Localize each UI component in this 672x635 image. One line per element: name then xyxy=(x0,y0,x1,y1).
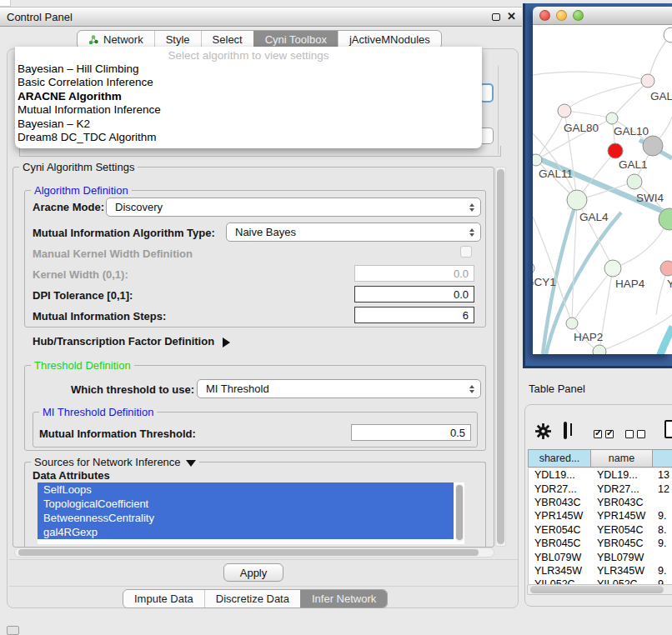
manual-kernel-width-label: Manual Kernel Width Definition xyxy=(33,248,193,260)
table-cell: YLR345W xyxy=(529,565,591,577)
data-attributes-list[interactable]: SelfLoopsTopologicalCoefficientBetweenne… xyxy=(38,482,464,544)
select-all-columns-icon[interactable] xyxy=(594,427,617,442)
network-node[interactable] xyxy=(533,154,542,166)
algorithm-option[interactable]: Bayesian – K2 xyxy=(15,118,482,131)
node-label: Y xyxy=(667,278,672,290)
table-row[interactable]: YPR145WYPR145W9. xyxy=(529,509,672,522)
tab-jactivemnodules[interactable]: jActiveMNodules xyxy=(338,31,441,48)
sources-toggle[interactable]: Sources for Network Inference xyxy=(31,456,199,468)
kernel-width-field[interactable]: 0.0 xyxy=(354,265,474,282)
column-header[interactable]: shared... xyxy=(529,450,591,467)
table-cell: YDL19... xyxy=(591,469,653,481)
attribute-item[interactable]: BetweennessCentrality xyxy=(38,511,454,525)
node-label: GAL1 xyxy=(619,158,648,171)
network-canvas[interactable]: GALGAL80GAL10GAL1GAL11SWI4GAL4GCY1HAP4YH… xyxy=(533,25,672,354)
table-row[interactable]: YLR345WYLR345W9. xyxy=(529,564,672,578)
table-cell: YBL079W xyxy=(529,552,591,563)
tab-network[interactable]: Network xyxy=(78,31,154,48)
attribute-item[interactable]: SelfLoops xyxy=(38,482,454,497)
network-node[interactable] xyxy=(567,190,587,210)
dpi-tolerance-label: DPI Tolerance [0,1]: xyxy=(33,289,133,302)
table-row[interactable]: YDL19...YDL19...13 xyxy=(529,468,672,482)
algorithm-option[interactable]: Bayesian – Hill Climbing xyxy=(15,62,482,76)
table-cell: YIL052C xyxy=(529,578,591,584)
network-node[interactable] xyxy=(604,260,621,277)
algorithm-option[interactable]: Mutual Information Inference xyxy=(15,103,482,117)
minimize-window-icon[interactable] xyxy=(556,10,567,21)
network-window-titlebar[interactable] xyxy=(533,7,672,25)
scrollbar-thumb[interactable] xyxy=(18,549,479,556)
column-header[interactable] xyxy=(653,450,672,467)
network-node[interactable] xyxy=(608,143,623,158)
divider xyxy=(9,586,518,587)
network-node[interactable] xyxy=(660,261,672,276)
mini-panel-button[interactable] xyxy=(7,626,19,635)
network-node[interactable] xyxy=(566,318,578,329)
show-columns-icon[interactable] xyxy=(564,422,567,439)
tab-impute-data[interactable]: Impute Data xyxy=(123,590,204,608)
tab-infer-network[interactable]: Infer Network xyxy=(300,590,387,608)
attribute-item[interactable]: gal4RGexp xyxy=(38,525,454,539)
network-node[interactable] xyxy=(558,104,571,118)
table-row[interactable]: YBL079WYBL079W xyxy=(529,550,672,563)
hub-definition-toggle[interactable]: Hub/Transcription Factor Definition xyxy=(33,335,230,348)
algorithm-option[interactable]: Basic Correlation Inference xyxy=(15,76,482,89)
network-node[interactable] xyxy=(664,28,672,42)
mi-steps-field[interactable]: 6 xyxy=(354,307,474,323)
network-node[interactable] xyxy=(643,136,663,156)
attribute-item[interactable]: TopologicalCoefficient xyxy=(38,497,454,511)
mi-algorithm-type-combobox[interactable]: Naive Bayes xyxy=(226,222,481,242)
column-header[interactable]: name xyxy=(591,450,653,467)
algorithm-dropdown-prompt: Select algorithm to view settings xyxy=(15,48,482,62)
collapsed-arrow-icon[interactable] xyxy=(223,338,230,348)
table-row[interactable]: YBR045CYBR045C9. xyxy=(529,537,672,550)
close-panel-icon[interactable]: ✕ xyxy=(507,10,516,22)
gear-icon[interactable] xyxy=(534,422,552,443)
mi-threshold-field[interactable]: 0.5 xyxy=(351,424,471,441)
attributes-scrollbar[interactable] xyxy=(455,484,464,542)
table-row[interactable]: YBR043CYBR043C xyxy=(529,496,672,509)
scrollbar-thumb[interactable] xyxy=(456,485,463,540)
table-cell: YBR043C xyxy=(529,497,591,508)
tab-discretize-data[interactable]: Discretize Data xyxy=(204,590,300,608)
expanded-arrow-icon[interactable] xyxy=(186,460,196,467)
network-node[interactable] xyxy=(627,174,642,189)
table-row[interactable]: YIL052CYIL052C9 xyxy=(529,578,672,584)
sources-title: Sources for Network Inference xyxy=(34,456,181,468)
tab-select[interactable]: Select xyxy=(201,31,253,48)
settings-horizontal-scrollbar[interactable] xyxy=(14,548,494,558)
scrollbar-thumb[interactable] xyxy=(497,169,504,544)
document-icon[interactable] xyxy=(664,420,672,438)
network-node[interactable] xyxy=(593,345,606,354)
table-cell: YBL079W xyxy=(591,552,653,563)
dpi-tolerance-field[interactable]: 0.0 xyxy=(354,286,474,302)
manual-kernel-width-checkbox[interactable] xyxy=(460,246,472,258)
settings-vertical-scrollbar[interactable] xyxy=(495,167,506,547)
float-panel-icon[interactable] xyxy=(492,13,500,21)
network-node[interactable] xyxy=(641,74,654,88)
network-node[interactable] xyxy=(533,262,534,275)
tab-style[interactable]: Style xyxy=(154,31,201,48)
algorithm-option[interactable]: ARACNE Algorithm xyxy=(15,90,482,103)
table-horizontal-scrollbar[interactable] xyxy=(527,584,672,595)
tab-label: Discretize Data xyxy=(216,592,289,605)
table-row[interactable]: YDR27...YDR27...12 xyxy=(529,482,672,495)
network-graph: GALGAL80GAL10GAL1GAL11SWI4GAL4GCY1HAP4YH… xyxy=(533,25,672,354)
algorithm-option[interactable]: Dream8 DC_TDC Algorithm xyxy=(15,131,482,144)
table-row[interactable]: YER054CYER054C8. xyxy=(529,523,672,537)
network-node[interactable] xyxy=(606,112,618,124)
deselect-all-columns-icon[interactable] xyxy=(625,427,649,442)
spinner-arrows-icon xyxy=(469,228,474,237)
scrollbar-thumb[interactable] xyxy=(530,586,664,593)
aracne-mode-combobox[interactable]: Discovery xyxy=(106,198,481,217)
table-cell: YDL19... xyxy=(529,469,591,481)
hidden-group-border xyxy=(500,146,501,156)
which-threshold-label: Which threshold to use: xyxy=(71,383,194,396)
tab-label: Network xyxy=(103,33,143,46)
apply-button[interactable]: Apply xyxy=(223,563,283,582)
close-window-icon[interactable] xyxy=(539,10,550,21)
tab-cyni-toolbox[interactable]: Cyni Toolbox xyxy=(253,31,338,48)
zoom-window-icon[interactable] xyxy=(573,10,584,21)
cytoscape-desktop: Control Panel ✕ NetworkStyleSelectCyni T… xyxy=(0,0,672,635)
which-threshold-combobox[interactable]: MI Threshold xyxy=(197,379,481,398)
